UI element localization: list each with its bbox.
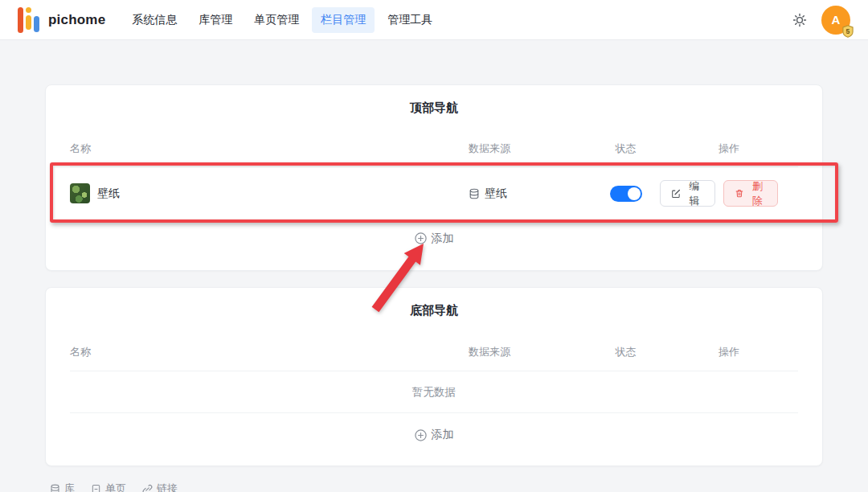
section-title-top: 顶部导航 <box>46 85 822 130</box>
col-header-name: 名称 <box>70 345 469 359</box>
nav-item-page-mgmt[interactable]: 单页管理 <box>245 7 308 33</box>
section-title-bottom: 底部导航 <box>46 288 822 333</box>
nav-item-library-mgmt[interactable]: 库管理 <box>190 7 241 33</box>
trash-icon <box>735 188 744 199</box>
nav-item-column-mgmt[interactable]: 栏目管理 <box>312 7 375 33</box>
main-nav: 系统信息 库管理 单页管理 栏目管理 管理工具 <box>123 7 441 33</box>
delete-button[interactable]: 删除 <box>723 180 779 207</box>
avatar[interactable]: A 5 <box>821 6 850 35</box>
legend-item-page: 单页 <box>91 482 126 492</box>
table-header: 名称 数据来源 状态 操作 <box>70 333 798 371</box>
database-icon <box>50 484 60 492</box>
status-toggle-on[interactable] <box>610 186 642 202</box>
legend-item-link: 链接 <box>142 482 178 492</box>
row-name-cell: 壁纸 <box>70 183 469 203</box>
legend-label: 单页 <box>105 482 126 492</box>
table-header: 名称 数据来源 状态 操作 <box>70 130 798 167</box>
row-thumbnail <box>70 183 90 203</box>
row-source-label: 壁纸 <box>485 187 507 201</box>
plus-circle-icon <box>415 232 427 244</box>
add-button-top[interactable]: 添加 <box>46 220 822 256</box>
nav-item-system-info[interactable]: 系统信息 <box>123 7 186 33</box>
legend: 库 单页 链接 <box>50 482 178 492</box>
row-actions-cell: 编辑 删除 <box>660 180 798 207</box>
table-row: 壁纸 壁纸 编辑 <box>70 167 798 220</box>
avatar-letter: A <box>832 13 841 27</box>
document-icon <box>91 484 101 492</box>
legend-label: 库 <box>64 482 75 492</box>
edit-button[interactable]: 编辑 <box>660 180 715 207</box>
top-nav-section: 顶部导航 名称 数据来源 状态 操作 壁纸 壁纸 <box>45 84 823 271</box>
col-header-name: 名称 <box>70 141 469 156</box>
add-button-bottom[interactable]: 添加 <box>46 413 822 457</box>
database-icon <box>469 188 480 199</box>
add-button-label: 添加 <box>432 428 454 442</box>
col-header-status: 状态 <box>592 345 660 359</box>
bottom-nav-section: 底部导航 名称 数据来源 状态 操作 暂无数据 添加 <box>45 287 823 466</box>
col-header-source: 数据来源 <box>469 141 592 156</box>
col-header-status: 状态 <box>592 141 660 156</box>
link-icon <box>142 484 153 492</box>
edit-button-label: 编辑 <box>685 179 704 208</box>
badge-number: 5 <box>846 27 850 35</box>
col-header-actions: 操作 <box>660 345 798 359</box>
legend-item-library: 库 <box>50 482 75 492</box>
col-header-actions: 操作 <box>660 141 798 156</box>
brand: pichome <box>18 7 105 33</box>
brand-name: pichome <box>48 12 105 28</box>
row-source-cell: 壁纸 <box>469 187 592 201</box>
top-bar: pichome 系统信息 库管理 单页管理 栏目管理 管理工具 A 5 <box>0 0 868 40</box>
col-header-source: 数据来源 <box>469 345 592 359</box>
pichome-logo-icon <box>18 7 39 33</box>
row-name-label: 壁纸 <box>97 187 120 201</box>
nav-item-tools[interactable]: 管理工具 <box>379 7 441 33</box>
delete-button-label: 删除 <box>747 179 767 208</box>
legend-label: 链接 <box>157 482 178 492</box>
avatar-shield-badge: 5 <box>842 25 854 38</box>
row-status-cell <box>592 186 660 202</box>
add-button-label: 添加 <box>432 232 454 246</box>
theme-sun-icon[interactable] <box>792 13 807 27</box>
topbar-right: A 5 <box>792 6 850 35</box>
edit-square-icon <box>671 188 681 199</box>
plus-circle-icon <box>415 429 427 441</box>
empty-state: 暂无数据 <box>70 371 798 413</box>
